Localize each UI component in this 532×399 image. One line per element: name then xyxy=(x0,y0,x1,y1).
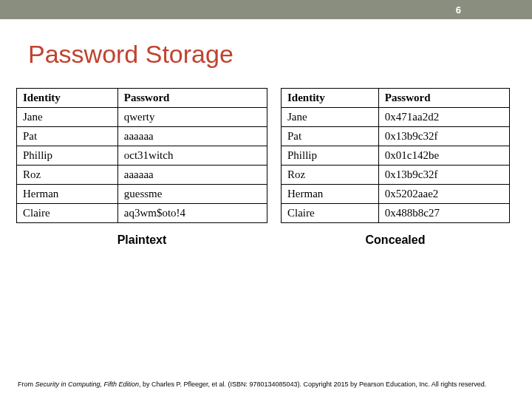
cell-identity: Pat xyxy=(282,127,379,146)
plaintext-caption: Plaintext xyxy=(117,233,167,247)
concealed-caption: Concealed xyxy=(366,233,426,247)
table-row: Roz0x13b9c32f xyxy=(282,166,510,185)
cell-identity: Claire xyxy=(282,204,379,223)
cell-password: oct31witch xyxy=(117,146,267,166)
cell-identity: Roz xyxy=(17,166,118,185)
cell-password: 0x13b9c32f xyxy=(378,166,509,185)
plaintext-block: Identity Password Janeqwerty Pataaaaaa P… xyxy=(16,88,267,247)
cell-identity: Phillip xyxy=(282,146,379,166)
col-identity: Identity xyxy=(17,89,118,108)
table-row: Hermanguessme xyxy=(17,185,267,204)
cell-identity: Claire xyxy=(17,204,118,223)
cell-password: 0x5202aae2 xyxy=(378,185,509,204)
page-number: 6 xyxy=(456,4,461,16)
copyright-footer: From Security in Computing, Fifth Editio… xyxy=(18,381,514,389)
table-row: Herman0x5202aae2 xyxy=(282,185,510,204)
cell-password: 0x471aa2d2 xyxy=(378,108,509,127)
col-identity: Identity xyxy=(282,89,379,108)
cell-password: aaaaaa xyxy=(117,166,267,185)
slide-title: Password Storage xyxy=(28,40,532,69)
footer-rest: , by Charles P. Pfleeger, et al. (ISBN: … xyxy=(139,381,486,388)
cell-identity: Phillip xyxy=(17,146,118,166)
cell-password: 0x01c142be xyxy=(378,146,509,166)
table-row: Pat0x13b9c32f xyxy=(282,127,510,146)
cell-password: 0x13b9c32f xyxy=(378,127,509,146)
tables-container: Identity Password Janeqwerty Pataaaaaa P… xyxy=(0,88,532,247)
cell-password: aq3wm$oto!4 xyxy=(117,204,267,223)
table-row: Claire0x488b8c27 xyxy=(282,204,510,223)
col-password: Password xyxy=(117,89,267,108)
slide-topbar: 6 xyxy=(0,0,532,19)
table-row: Janeqwerty xyxy=(17,108,267,127)
table-row: Claireaq3wm$oto!4 xyxy=(17,204,267,223)
cell-identity: Jane xyxy=(17,108,118,127)
cell-password: aaaaaa xyxy=(117,127,267,146)
cell-identity: Herman xyxy=(17,185,118,204)
concealed-block: Identity Password Jane0x471aa2d2 Pat0x13… xyxy=(281,88,510,247)
table-header-row: Identity Password xyxy=(282,89,510,108)
cell-password: guessme xyxy=(117,185,267,204)
col-password: Password xyxy=(378,89,509,108)
table-row: Jane0x471aa2d2 xyxy=(282,108,510,127)
cell-password: qwerty xyxy=(117,108,267,127)
table-row: Rozaaaaaa xyxy=(17,166,267,185)
cell-identity: Herman xyxy=(282,185,379,204)
table-row: Phillip0x01c142be xyxy=(282,146,510,166)
cell-identity: Jane xyxy=(282,108,379,127)
table-row: Phillipoct31witch xyxy=(17,146,267,166)
table-row: Pataaaaaa xyxy=(17,127,267,146)
cell-identity: Roz xyxy=(282,166,379,185)
concealed-table: Identity Password Jane0x471aa2d2 Pat0x13… xyxy=(281,88,510,223)
cell-identity: Pat xyxy=(17,127,118,146)
footer-book-title: Security in Computing, Fifth Edition xyxy=(35,381,140,388)
footer-prefix: From xyxy=(18,381,35,388)
table-header-row: Identity Password xyxy=(17,89,267,108)
plaintext-table: Identity Password Janeqwerty Pataaaaaa P… xyxy=(16,88,267,223)
cell-password: 0x488b8c27 xyxy=(378,204,509,223)
